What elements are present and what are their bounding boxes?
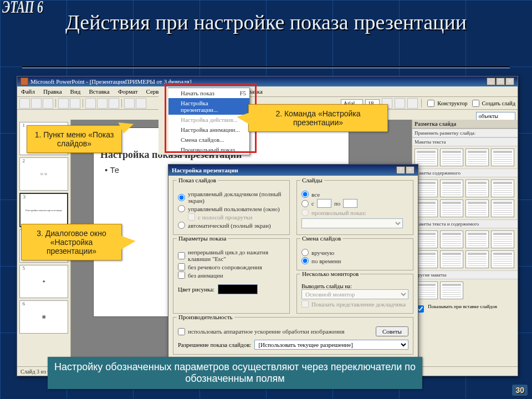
tb-italic-icon[interactable]	[395, 98, 405, 109]
tb-copy-icon[interactable]	[97, 98, 108, 109]
setup-dialog: Настройка презентации ?× Показ слайдов у…	[168, 164, 418, 374]
grp-monitors: Несколько мониторов Выводить слайды на: …	[296, 274, 413, 314]
pen-color-label: Цвет рисунка:	[178, 286, 214, 293]
callout-1-text: 1. Пункт меню «Показ слайдов»	[35, 130, 114, 148]
nav-thumb-5[interactable]: 5★	[19, 265, 68, 298]
grp-showtype: Показ слайдов управляемый докладчиком (п…	[173, 180, 290, 235]
chk-no-narration[interactable]: без речевого сопровождения	[178, 263, 285, 270]
opt-all[interactable]: все	[301, 191, 408, 198]
mi-action-settings: Настройка действия...	[158, 115, 249, 125]
layout-thumb[interactable]	[440, 250, 463, 268]
tb-open-icon[interactable]	[31, 98, 42, 109]
tb-new-icon[interactable]	[19, 98, 30, 109]
nav-thumb-3[interactable]: 3Настройка показа презентации	[19, 193, 68, 227]
taskpane-title: Разметка слайда	[412, 120, 518, 129]
grp-options: Параметры показа непрерывный цикл до наж…	[173, 238, 290, 314]
grp-advance-label: Смена слайдов	[300, 235, 342, 242]
grp-options-label: Параметры показа	[177, 235, 228, 242]
tips-button[interactable]: Советы	[376, 326, 408, 336]
tb-preview-icon[interactable]	[70, 98, 80, 109]
layout-thumb[interactable]	[466, 250, 489, 268]
range-from[interactable]	[317, 199, 331, 208]
callout-3-text: 3. Диалоговое окно «Настройка презентаци…	[37, 229, 106, 255]
layout-thumb[interactable]	[440, 180, 463, 197]
nav-thumb-6[interactable]: 6▦	[19, 300, 68, 334]
layout-thumb[interactable]	[440, 200, 463, 217]
opt-timings[interactable]: по времени	[301, 257, 408, 264]
layout-thumb[interactable]	[491, 200, 514, 217]
menu-insert[interactable]: Вставка	[87, 88, 111, 95]
layout-thumb[interactable]	[440, 282, 463, 299]
bottom-note: Настройку обозначенных параметров осущес…	[48, 357, 422, 389]
dialog-titlebar: Настройка презентации ?×	[168, 165, 418, 176]
layout-thumb[interactable]	[491, 250, 514, 268]
maximize-icon[interactable]: □	[496, 78, 505, 85]
layouts-content	[412, 177, 518, 219]
dialog-close-icon[interactable]: ×	[406, 166, 415, 174]
layout-thumb[interactable]	[440, 231, 463, 248]
opt-manual[interactable]: вручную	[301, 249, 408, 256]
opt-kiosk[interactable]: автоматический (полный экран)	[178, 222, 285, 229]
layout-thumb[interactable]	[466, 231, 489, 248]
minimize-icon[interactable]: _	[487, 78, 495, 85]
mi-slide-transition[interactable]: Смена слайдов...	[158, 135, 249, 145]
opt-range[interactable]: с по	[301, 199, 408, 208]
tb-redo-icon[interactable]	[136, 98, 146, 109]
grp-performance: Производительность использовать аппаратн…	[173, 317, 413, 355]
layout-thumb[interactable]	[491, 231, 514, 248]
opt-fullscreen[interactable]: управляемый докладчиком (полный экран)	[178, 191, 285, 204]
grp-performance-label: Производительность	[177, 314, 234, 320]
layout-thumb[interactable]	[466, 149, 489, 166]
callout-3: 3. Диалоговое окно «Настройка презентаци…	[21, 224, 122, 260]
menu-file[interactable]: Файл	[19, 88, 37, 95]
taskpane-sec-content: Макеты содержимого	[412, 168, 518, 177]
nav-thumb-2[interactable]: 2☺☺	[19, 157, 68, 191]
slide-number: 30	[512, 385, 528, 396]
mi-animation-settings[interactable]: Настройка анимации...	[158, 125, 249, 135]
mi-setup-show[interactable]: Настройка презентации...	[158, 98, 249, 115]
title-divider	[22, 66, 510, 68]
app-titlebar: Microsoft PowerPoint - [ПрезентацияПРИМЕ…	[17, 76, 518, 86]
objects-combo[interactable]: объекты	[476, 112, 515, 120]
layouts-textcontent	[412, 228, 518, 270]
menu-view[interactable]: Вид	[69, 88, 83, 95]
menu-edit[interactable]: Правка	[42, 88, 64, 95]
menu-format[interactable]: Формат	[116, 88, 140, 95]
tb-print-icon[interactable]	[58, 98, 69, 109]
grp-monitors-label: Несколько мониторов	[300, 270, 360, 277]
btn-new-slide[interactable]: Создать слайд	[470, 98, 515, 109]
opt-scrollbar: с полосой прокрутки	[178, 213, 285, 221]
window-controls: _ □ ×	[487, 78, 514, 85]
layout-thumb[interactable]	[466, 180, 489, 197]
chk-no-animation[interactable]: без анимации	[178, 272, 285, 279]
tb-paste-icon[interactable]	[109, 98, 119, 109]
taskpane-sec-other: Другие макеты	[412, 270, 518, 279]
chk-presenter-view: Показать представление докладчика	[301, 300, 408, 308]
taskpane-insert-check[interactable]: Показывать при вставке слайдов	[412, 301, 518, 316]
layout-thumb[interactable]	[466, 200, 489, 217]
resolution-label: Разрешение показа слайдов:	[178, 341, 251, 348]
mi-custom-show[interactable]: Произвольный показ...	[158, 145, 249, 155]
chk-loop[interactable]: непрерывный цикл до нажатия клавиши "Esc…	[178, 249, 285, 262]
tb-underline-icon[interactable]	[407, 98, 418, 109]
layout-thumb[interactable]	[440, 149, 463, 166]
layouts-other	[412, 279, 518, 301]
powerpoint-icon	[21, 78, 28, 85]
tb-cut-icon[interactable]	[85, 98, 96, 109]
monitor-select: Основной монитор	[301, 289, 408, 299]
pen-color-swatch[interactable]	[218, 284, 258, 294]
layout-thumb[interactable]	[491, 180, 514, 197]
tb-save-icon[interactable]	[43, 98, 53, 109]
close-icon[interactable]: ×	[505, 78, 514, 85]
resolution-select[interactable]: [Использовать текущее разрешение]	[254, 340, 408, 350]
range-to[interactable]	[343, 199, 357, 208]
mi-start[interactable]: Начать показF5	[158, 88, 249, 98]
dialog-help-icon[interactable]: ?	[396, 166, 405, 174]
taskpane: Разметка слайда Применить разметку слайд…	[412, 120, 518, 367]
taskpane-apply: Применить разметку слайда:	[412, 129, 518, 137]
btn-designer[interactable]: Конструктор	[425, 98, 467, 109]
chk-hardware-accel[interactable]: использовать аппаратное ускорение обрабо…	[178, 328, 344, 335]
opt-window[interactable]: управляемый пользователем (окно)	[178, 205, 285, 212]
layout-thumb[interactable]	[491, 149, 514, 166]
tb-undo-icon[interactable]	[124, 98, 135, 109]
